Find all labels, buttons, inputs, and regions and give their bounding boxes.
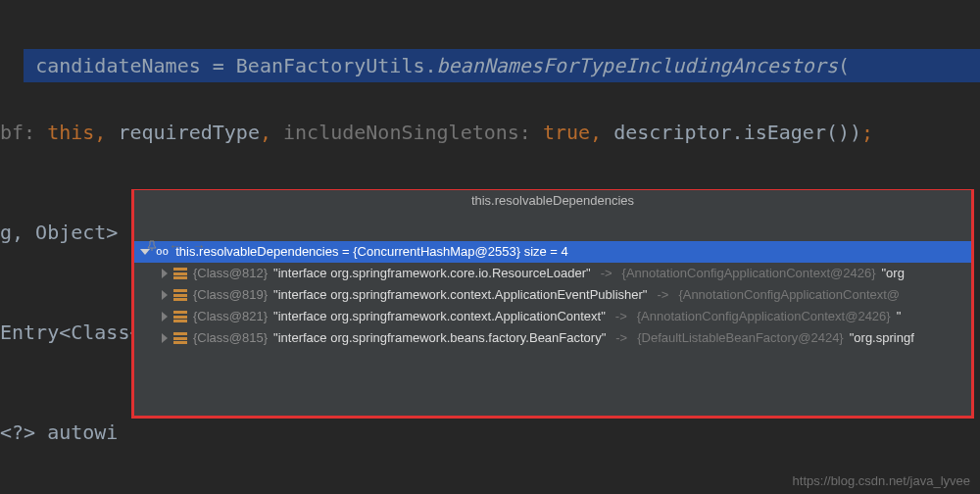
- debug-row[interactable]: {Class@815} "interface org.springframewo…: [134, 327, 971, 349]
- code-line-1: candidateNames = BeanFactoryUtils.beanNa…: [24, 49, 980, 82]
- map-entry-icon: [173, 310, 187, 323]
- expand-arrow-right-icon[interactable]: [162, 290, 168, 300]
- row-tail: ": [897, 306, 902, 327]
- row-tail: "org.springf: [850, 327, 914, 349]
- debug-row[interactable]: {Class@821} "interface org.springframewo…: [134, 306, 971, 327]
- row-tail: "org: [882, 263, 905, 284]
- expand-arrow-right-icon[interactable]: [162, 312, 168, 321]
- map-entry-icon: [173, 288, 187, 302]
- row-interface: "interface org.springframework.core.io.R…: [273, 263, 591, 284]
- nav-back-icon[interactable]: ←: [168, 238, 183, 254]
- row-value: {AnnotationConfigApplicationContext@2426…: [622, 263, 876, 284]
- code-line-2: bf: this, requiredType, includeNonSingle…: [0, 116, 980, 149]
- expand-arrow-right-icon[interactable]: [162, 333, 168, 343]
- popup-body: ← → oo this.resolvableDependencies = {Co…: [134, 212, 971, 416]
- row-key: {Class@812}: [193, 263, 268, 284]
- code-line-5: <?> autowi: [0, 416, 980, 449]
- row-arrow: ->: [615, 306, 627, 327]
- map-entry-icon: [173, 267, 187, 280]
- popup-title: this.resolvableDependencies: [134, 190, 971, 212]
- debug-row[interactable]: {Class@812} "interface org.springframewo…: [134, 263, 971, 284]
- popup-header-row[interactable]: oo this.resolvableDependencies = {Concur…: [134, 241, 971, 263]
- debugger-popup[interactable]: this.resolvableDependencies ← → oo this.…: [131, 189, 974, 419]
- row-value: {AnnotationConfigApplicationContext@2426…: [637, 306, 891, 327]
- row-arrow: ->: [601, 263, 612, 284]
- nav-forward-icon[interactable]: →: [191, 238, 207, 254]
- row-key: {Class@821}: [193, 306, 268, 327]
- row-interface: "interface org.springframework.beans.fac…: [273, 327, 606, 349]
- watermark: https://blog.csdn.net/java_lyvee: [793, 473, 970, 488]
- map-entry-icon: [173, 331, 187, 345]
- row-key: {Class@815}: [193, 327, 268, 349]
- row-arrow: ->: [615, 327, 627, 349]
- expand-arrow-right-icon[interactable]: [162, 269, 168, 278]
- popup-header-text: this.resolvableDependencies = {Concurren…: [175, 241, 568, 263]
- pin-icon[interactable]: [144, 238, 160, 254]
- row-arrow: ->: [657, 284, 668, 306]
- row-interface: "interface org.springframework.context.A…: [273, 284, 647, 306]
- row-interface: "interface org.springframework.context.A…: [273, 306, 606, 327]
- debug-row[interactable]: {Class@819} "interface org.springframewo…: [134, 284, 971, 306]
- row-value: {AnnotationConfigApplicationContext@: [678, 284, 900, 306]
- row-value: {DefaultListableBeanFactory@2424}: [637, 327, 844, 349]
- popup-nav: ← →: [144, 235, 207, 257]
- row-key: {Class@819}: [193, 284, 268, 306]
